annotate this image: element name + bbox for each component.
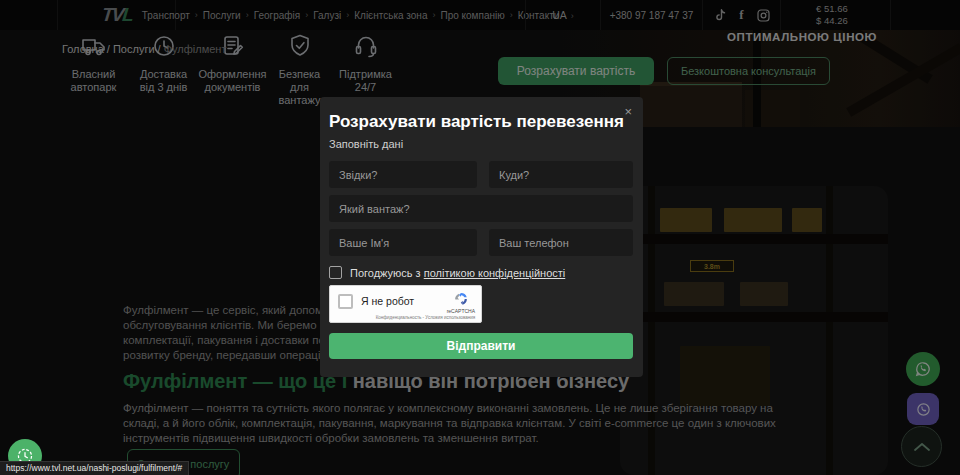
consent-text: Погоджуюсь з xyxy=(350,267,424,279)
name-input[interactable] xyxy=(329,229,477,256)
from-input[interactable] xyxy=(329,161,477,188)
cargo-input[interactable] xyxy=(329,195,633,222)
recaptcha-icon xyxy=(453,291,469,307)
modal-title: Розрахувати вартість перевезення xyxy=(329,112,633,132)
recaptcha-label: Я не робот xyxy=(361,295,447,307)
browser-status-url: https://www.tvl.net.ua/nashi-poslugi/ful… xyxy=(0,461,189,475)
recaptcha-legal: Конфиденциальность - Условия использован… xyxy=(374,315,477,320)
calculate-form xyxy=(329,161,633,256)
to-input[interactable] xyxy=(489,161,633,188)
submit-button[interactable]: Відправити xyxy=(329,333,633,359)
close-icon[interactable]: × xyxy=(624,105,632,118)
recaptcha-logo-block: reCAPTCHA xyxy=(447,291,475,314)
privacy-policy-link[interactable]: політикою конфіденційності xyxy=(424,267,566,279)
recaptcha-checkbox[interactable] xyxy=(338,294,353,309)
consent-row: Погоджуюсь з політикою конфіденційності xyxy=(329,266,633,279)
recaptcha-brand: reCAPTCHA xyxy=(447,308,475,314)
calculate-cost-modal: × Розрахувати вартість перевезення Запов… xyxy=(320,97,643,377)
consent-checkbox[interactable] xyxy=(329,266,342,279)
phone-input[interactable] xyxy=(489,229,633,256)
page: TVL Транспорт › Послуги › Географія › Га… xyxy=(0,0,960,475)
recaptcha-widget: Я не робот reCAPTCHA Конфиденциальность … xyxy=(329,285,482,323)
modal-subtitle: Заповніть дані xyxy=(329,138,633,150)
